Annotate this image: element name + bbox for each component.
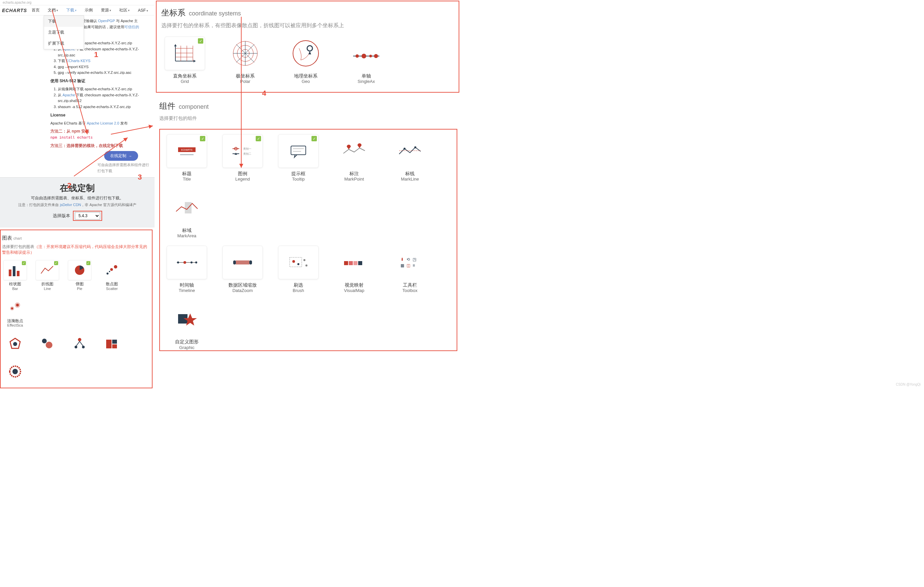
comp-card-brush[interactable]: 刷选Brush xyxy=(275,246,322,294)
chart-card-radar[interactable] xyxy=(2,334,28,355)
link-jsdelivr[interactable]: jsDelivr CDN xyxy=(60,203,81,207)
nav-download[interactable]: 下载▾ xyxy=(63,5,80,15)
comp-card-markpoint[interactable]: 标注MarkPoint xyxy=(331,134,378,182)
link-keys[interactable]: ECharts KEYS xyxy=(66,59,91,63)
caret-icon: ▾ xyxy=(56,9,58,12)
check-icon: ✓ xyxy=(86,261,91,265)
method2-heading: 方法二：从 npm 安装 xyxy=(50,128,151,135)
svg-point-13 xyxy=(13,342,17,346)
check-icon: ✓ xyxy=(256,136,261,141)
coord-title-en: coordinate systems xyxy=(189,10,241,17)
version-select[interactable]: 5.4.3 xyxy=(75,212,100,219)
comp-card-markline[interactable]: 标线MarkLine xyxy=(386,134,434,182)
dropdown-download[interactable]: 下载 xyxy=(44,16,84,27)
nav-community[interactable]: 社区▾ xyxy=(116,5,133,15)
dropdown-extension[interactable]: 扩展下载 xyxy=(44,38,84,49)
comp-card-toolbox[interactable]: ⬇⟲◳▦◫≡工具栏Toolbox xyxy=(386,246,434,294)
npm-command: npm install echarts xyxy=(50,135,151,141)
comp-card-markarea[interactable]: 标域MarkArea xyxy=(163,191,210,239)
online-customize-button[interactable]: 在线定制→ xyxy=(104,151,138,161)
comp-card-tooltip[interactable]: ✓提示框Tooltip xyxy=(275,134,322,182)
nav-examples[interactable]: 示例 xyxy=(81,5,96,15)
comp-title-en: component xyxy=(179,104,209,110)
customize-title: 在线定制 xyxy=(3,182,151,194)
address-bar: echarts.apache.org xyxy=(0,0,155,5)
svg-text:≡: ≡ xyxy=(412,263,415,268)
watermark: CSDN @YongQi xyxy=(896,383,921,386)
nav-docs[interactable]: 文档▾ xyxy=(45,5,61,15)
svg-point-20 xyxy=(82,346,85,349)
svg-rect-81 xyxy=(349,261,353,265)
check-icon: ✓ xyxy=(54,261,58,265)
svg-marker-59 xyxy=(294,155,297,158)
link-trusted[interactable]: 可信任的 xyxy=(124,25,139,29)
coord-title-cn: 坐标系 xyxy=(161,7,185,18)
verify-step: gpg --verify apache-echarts-X.Y.Z-src.zi… xyxy=(58,70,151,76)
version-label: 选择版本 xyxy=(53,213,70,219)
caret-icon: ▾ xyxy=(147,9,148,12)
comp-card-datazoom[interactable]: 数据区域缩放DataZoom xyxy=(219,246,266,294)
chart-title-cn: 图表 xyxy=(2,235,12,241)
chart-card-pie[interactable]: ✓饼图Pie xyxy=(66,260,93,291)
svg-point-77 xyxy=(297,263,299,265)
chart-section: 图表chart 选择要打包的图表（注：开发环境建议不压缩代码，代码压缩会去掉大部… xyxy=(0,230,153,388)
svg-point-42 xyxy=(293,41,318,66)
svg-point-63 xyxy=(414,146,416,148)
svg-point-6 xyxy=(114,265,117,268)
top-nav: ECHARTS 首页 文档▾ 下载▾ 示例 资源▾ 社区▾ ASF▾ 下载 主题… xyxy=(0,5,155,15)
svg-text:⟲: ⟲ xyxy=(407,257,410,262)
svg-rect-22 xyxy=(112,340,117,344)
chart-card-treemap[interactable] xyxy=(66,334,93,355)
chart-card-scatter[interactable]: 散点图Scatter xyxy=(99,260,125,291)
svg-rect-0 xyxy=(9,270,12,276)
coord-card-polar[interactable]: 极坐标系Polar xyxy=(222,36,269,85)
svg-rect-72 xyxy=(233,260,236,265)
svg-point-4 xyxy=(107,273,109,275)
coord-card-grid[interactable]: ✓直角坐标系Grid xyxy=(161,36,208,85)
chart-card-sunburst[interactable] xyxy=(99,334,125,355)
coord-section: 坐标系coordinate systems 选择要打包的坐标系，有些图表像散点图… xyxy=(156,1,459,93)
caret-icon: ▾ xyxy=(128,9,130,12)
svg-text:类别一: 类别一 xyxy=(243,147,251,150)
svg-rect-21 xyxy=(106,340,112,349)
comp-card-visualmap[interactable]: 视觉映射VisualMap xyxy=(331,246,378,294)
link-apache[interactable]: Apache xyxy=(63,93,75,97)
chart-card-tree[interactable] xyxy=(34,334,61,355)
nav-asf[interactable]: ASF▾ xyxy=(134,6,151,15)
svg-rect-73 xyxy=(249,260,252,265)
comp-card-timeline[interactable]: 时间轴Timeline xyxy=(163,246,210,294)
dropdown-theme[interactable]: 主题下载 xyxy=(44,27,84,38)
customize-desc: 可自由选择所需图表、坐标系、组件进行打包下载。 xyxy=(3,195,151,201)
svg-point-11 xyxy=(16,304,19,306)
svg-point-16 xyxy=(78,338,81,341)
customize-caption: 可自由选择所需图表和组件进行打包下载 xyxy=(97,162,151,174)
coord-card-singleaxis[interactable]: 单轴SingleAx xyxy=(343,36,390,85)
chart-card-effectscatter[interactable]: 涟漪散点EffectSca xyxy=(2,297,28,328)
svg-text:▦: ▦ xyxy=(401,263,404,268)
svg-point-5 xyxy=(110,268,113,271)
comp-card-title[interactable]: ECHARTS✓标题Title xyxy=(163,134,210,182)
coord-desc: 选择要打包的坐标系，有些图表像散点图，折线图可以被应用到多个坐标系上 xyxy=(161,22,454,29)
chart-card-funnel[interactable] xyxy=(2,362,28,383)
nav-resources[interactable]: 资源▾ xyxy=(97,5,115,15)
comp-card-graphic[interactable]: 自定义图形Graphic xyxy=(163,303,210,350)
customize-warning: 注意：打包的源文件来自 jsDelivr CDN，非 Apache 官方源代码和… xyxy=(3,202,151,207)
comp-card-legend[interactable]: 类别一类别二✓图例Legend xyxy=(219,134,266,182)
comp-desc: 选择要打包的组件 xyxy=(159,115,457,122)
chart-card-line[interactable]: ✓折线图Line xyxy=(34,260,61,291)
coord-card-geo[interactable]: 地理坐标系Geo xyxy=(282,36,329,85)
nav-home[interactable]: 首页 xyxy=(28,5,43,15)
svg-point-76 xyxy=(292,260,295,263)
svg-text:类别二: 类别二 xyxy=(243,152,251,155)
logo: ECHARTS xyxy=(2,8,27,13)
link-license[interactable]: Apache License 2.0 xyxy=(87,121,119,125)
component-section: 组件component 选择要打包的组件 ECHARTS✓标题Title 类别一… xyxy=(155,95,462,358)
svg-rect-1 xyxy=(13,266,15,276)
check-icon: ✓ xyxy=(198,38,203,44)
svg-text:◫: ◫ xyxy=(407,263,410,268)
link-openpgp[interactable]: OpenPGP xyxy=(98,19,115,23)
chart-card-bar[interactable]: ✓柱状图Bar xyxy=(2,260,28,291)
svg-rect-83 xyxy=(358,261,362,265)
svg-rect-2 xyxy=(17,271,20,276)
caret-icon: ▾ xyxy=(109,9,111,12)
